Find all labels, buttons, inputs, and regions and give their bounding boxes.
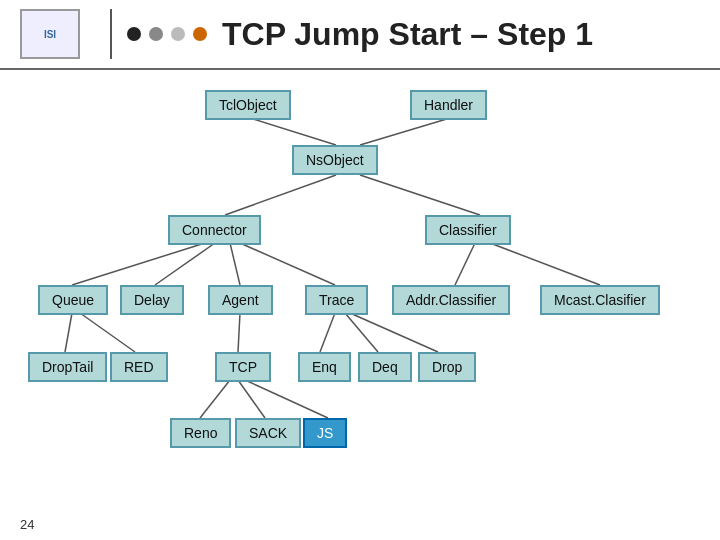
svg-line-0 [250, 118, 336, 145]
node-mcastclasifier: Mcast.Clasifier [540, 285, 660, 315]
node-addrclassifier: Addr.Classifier [392, 285, 510, 315]
node-nsobject: NsObject [292, 145, 378, 175]
isi-logo: ISI [20, 9, 80, 59]
svg-line-3 [360, 175, 480, 215]
page-title: TCP Jump Start – Step 1 [222, 16, 593, 53]
dots-decoration [127, 27, 207, 41]
svg-line-16 [200, 380, 230, 418]
svg-line-4 [72, 243, 205, 285]
svg-line-2 [225, 175, 336, 215]
node-connector: Connector [168, 215, 261, 245]
svg-line-6 [230, 243, 240, 285]
node-sack: SACK [235, 418, 301, 448]
node-trace: Trace [305, 285, 368, 315]
svg-line-18 [245, 380, 328, 418]
svg-line-12 [238, 313, 240, 352]
svg-line-15 [350, 313, 438, 352]
svg-line-13 [320, 313, 335, 352]
svg-line-17 [238, 380, 265, 418]
divider [110, 9, 112, 59]
node-queue: Queue [38, 285, 108, 315]
svg-line-8 [455, 243, 475, 285]
tree-diagram: TclObject Handler NsObject Connector Cla… [20, 80, 700, 440]
page-number: 24 [20, 517, 34, 532]
node-deq: Deq [358, 352, 412, 382]
node-reno: Reno [170, 418, 231, 448]
dot-3 [171, 27, 185, 41]
node-js: JS [303, 418, 347, 448]
node-tclobject: TclObject [205, 90, 291, 120]
svg-line-7 [240, 243, 335, 285]
dot-2 [149, 27, 163, 41]
svg-line-14 [345, 313, 378, 352]
main-content: TclObject Handler NsObject Connector Cla… [0, 70, 720, 440]
tree-lines [20, 80, 700, 440]
node-agent: Agent [208, 285, 273, 315]
logo-area: ISI [20, 9, 80, 59]
node-droptail: DropTail [28, 352, 107, 382]
dot-4 [193, 27, 207, 41]
svg-line-11 [80, 313, 135, 352]
header: ISI TCP Jump Start – Step 1 [0, 0, 720, 70]
node-delay: Delay [120, 285, 184, 315]
svg-line-10 [65, 313, 72, 352]
node-classifier: Classifier [425, 215, 511, 245]
dot-1 [127, 27, 141, 41]
node-red: RED [110, 352, 168, 382]
node-drop: Drop [418, 352, 476, 382]
svg-line-5 [155, 243, 215, 285]
svg-line-9 [490, 243, 600, 285]
node-tcp: TCP [215, 352, 271, 382]
node-enq: Enq [298, 352, 351, 382]
svg-line-1 [360, 118, 450, 145]
node-handler: Handler [410, 90, 487, 120]
